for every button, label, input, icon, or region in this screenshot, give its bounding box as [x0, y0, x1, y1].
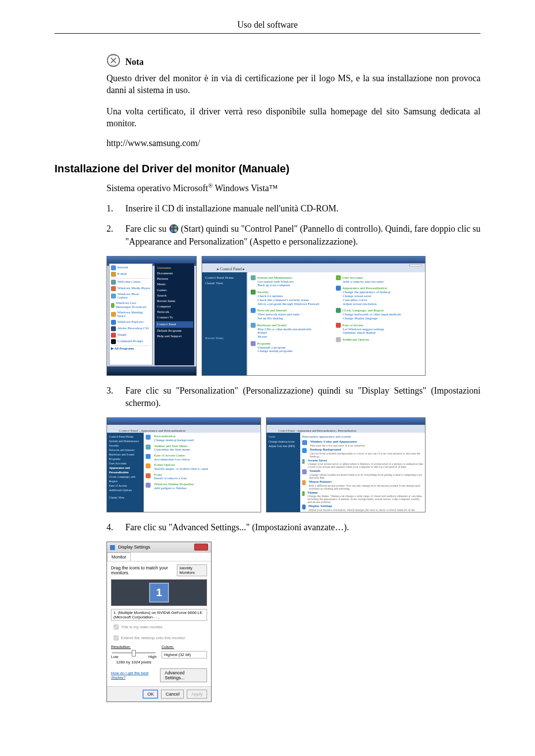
- ap-l: Network and Internet: [109, 448, 144, 453]
- ap-ln: Specify single- or double-click to open: [154, 467, 208, 471]
- screenshot-personalization: Control Panel › Appearance and Personali…: [266, 417, 426, 512]
- cp-l: Set up file sharing: [258, 317, 333, 321]
- window-icon: [110, 545, 115, 550]
- cp-l: Back up your computer: [258, 284, 333, 288]
- sm-right: Default Programs: [157, 328, 192, 334]
- screenshot-appearance: Control Panel › Appearance and Personali…: [107, 417, 261, 512]
- cp-l: Mouse: [258, 335, 333, 339]
- step-1: 1. Inserire il CD di installazione manua…: [107, 202, 481, 215]
- cp-l: Play CDs or other media automatically: [258, 328, 333, 332]
- cp-g: Network and Internet: [257, 308, 287, 312]
- ap-l: Programs: [109, 457, 144, 461]
- sm-right: Search: [157, 293, 192, 299]
- windows-start-orb-icon: [169, 224, 179, 234]
- pz-it: Window Color and Appearance: [310, 440, 366, 444]
- svg-point-1: [169, 224, 178, 233]
- cp-breadcrumb: Control Panel: [220, 267, 242, 271]
- pz-id: Change the theme. Themes can change a wi…: [308, 495, 423, 504]
- slider-thumb[interactable]: [132, 650, 136, 656]
- sm-item: Welcome Center: [117, 280, 141, 284]
- pz-it: Sounds: [310, 469, 423, 473]
- close-icon[interactable]: [194, 544, 208, 551]
- cp-g: Security: [257, 290, 268, 294]
- ap-l: Hardware and Sound: [109, 453, 144, 457]
- ap-l: Security: [109, 444, 144, 448]
- step-3: 3. Fare clic su "Personalization" (Perso…: [107, 385, 481, 409]
- tab-monitor[interactable]: Monitor: [107, 553, 131, 561]
- pz-id: Change your screen saver or adjust when …: [308, 462, 423, 468]
- ap-l: Classic View: [109, 496, 144, 500]
- cp-left: Control Panel Home: [205, 275, 244, 281]
- ap-l: Control Panel Home: [109, 435, 144, 439]
- ok-button[interactable]: OK: [143, 690, 158, 699]
- chk-main-label: This is my main monitor: [121, 625, 162, 629]
- resolution-slider[interactable]: [112, 652, 156, 654]
- pz-breadcrumb: Control Panel › Appearance and Personali…: [278, 429, 356, 432]
- ap-breadcrumb: Control Panel › Appearance and Personali…: [119, 429, 185, 433]
- identify-monitors-button[interactable]: Identify Monitors: [177, 564, 207, 576]
- cp-l: Allow a program through Windows Firewall: [258, 302, 333, 306]
- monitor-select-dropdown[interactable]: 1. (Multiple Monitors) on NVIDIA GeForce…: [111, 609, 207, 621]
- step-2-text: Fare clic su (Start) quindi su "Control …: [125, 223, 481, 248]
- cancel-button[interactable]: Cancel: [161, 690, 184, 699]
- sm-item: Windows Photo Gallery: [117, 293, 151, 300]
- cp-g: Hardware and Sound: [257, 323, 286, 327]
- sm-item: Windows Live Messenger Download: [116, 302, 151, 309]
- sm-item: Command Prompt: [117, 340, 143, 344]
- window-title: Display Settings: [110, 545, 150, 550]
- svg-rect-5: [174, 229, 177, 232]
- screenshot-control-panel: ▸ Control Panel ▸ Control Panel Home Cla…: [202, 256, 426, 376]
- step-4-text: Fare clic su "Advanced Settings..." (Imp…: [125, 521, 349, 534]
- cp-l: Change startup programs: [258, 350, 333, 353]
- colors-dropdown[interactable]: Highest (32 bit): [161, 651, 207, 658]
- sm-right-highlight: Control Panel: [156, 321, 193, 328]
- cp-l: Optimize visual display: [343, 331, 418, 335]
- note-paragraph-2: Una volta certificato, il driver verrà r…: [107, 105, 481, 130]
- os-subhead: Sistema operativo Microsoft® Windows Vis…: [107, 182, 481, 194]
- cp-g: Ease of Access: [342, 323, 363, 327]
- cp-recent: Recent Tasks: [205, 336, 244, 341]
- monitor-1-tile[interactable]: 1: [149, 583, 169, 603]
- ap-ln: Customize the Start menu: [154, 448, 190, 452]
- page-header: Uso del software: [54, 20, 481, 30]
- advanced-settings-button[interactable]: Advanced Settings...: [160, 668, 207, 682]
- resolution-value: 1280 by 1024 pixels: [111, 660, 157, 664]
- cp-g: Clock, Language, and Region: [342, 308, 383, 312]
- tm-mark: ™: [269, 183, 278, 193]
- sm-item: Adobe Photoshop CS2: [117, 327, 149, 331]
- ap-ln: Install or remove a font: [154, 477, 187, 481]
- cp-left: Classic View: [205, 281, 244, 286]
- ap-ln: Accommodate low vision: [154, 458, 190, 462]
- pz-l: Adjust font size (DPI): [268, 444, 300, 449]
- cp-g: Additional Options: [342, 338, 369, 342]
- ap-l: User Accounts: [109, 461, 144, 466]
- sm-right: Documents: [157, 271, 192, 276]
- step-2-text-b: (Start) quindi su "Control Panel" (Panne…: [125, 224, 481, 246]
- pz-id: Adjust your monitor resolution, which ch…: [309, 508, 423, 512]
- sm-right: Connect To: [157, 315, 192, 320]
- ap-l: Appearance and Personalization: [109, 466, 144, 475]
- section-title: Installazione del Driver del monitor (Ma…: [54, 162, 481, 175]
- step-3-screenshots: Control Panel › Appearance and Personali…: [107, 417, 481, 512]
- main-monitor-checkbox: [113, 625, 118, 630]
- sm-right: Username: [157, 265, 192, 271]
- best-display-help-link[interactable]: How do I get the best display?: [111, 671, 160, 680]
- monitor-arrangement-area[interactable]: 1: [111, 579, 207, 606]
- step-2: 2. Fare clic su (Start) quindi su "Contr…: [107, 223, 481, 248]
- resolution-label: Resolution:: [111, 645, 131, 649]
- samsung-url: http://www.samsung.com/: [107, 138, 481, 149]
- step-4: 4. Fare clic su "Advanced Settings..." (…: [107, 521, 481, 534]
- step-num: 4.: [107, 521, 116, 534]
- cp-g: System and Maintenance: [257, 275, 292, 279]
- window-title-text: Display Settings: [118, 545, 151, 550]
- note-paragraph-1: Questo driver del monitor è in via di ce…: [107, 72, 481, 97]
- sm-right: Recent Items: [157, 299, 192, 304]
- svg-rect-4: [171, 229, 173, 232]
- ap-ln: Change desktop background: [154, 439, 194, 443]
- sm-item: E-mail: [117, 272, 127, 276]
- note-icon: [107, 53, 120, 67]
- sm-item: SnagIt: [117, 333, 126, 337]
- slider-high: High: [149, 655, 157, 659]
- cp-l: Adjust screen resolution: [343, 302, 418, 306]
- sm-right: Help and Support: [157, 334, 192, 339]
